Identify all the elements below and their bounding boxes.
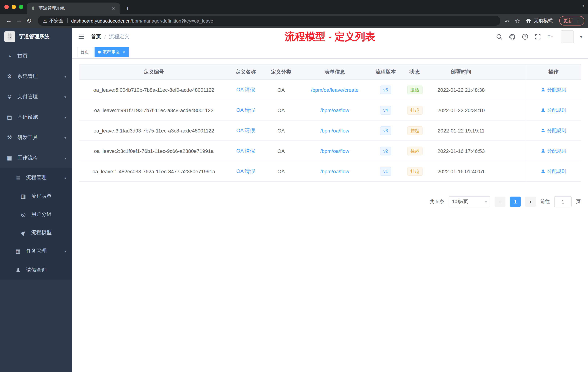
sidebar-item-label: 流程表单 xyxy=(31,193,52,199)
prev-page-button[interactable]: ‹ xyxy=(494,197,505,207)
svg-text:?: ? xyxy=(524,35,526,39)
new-tab-button[interactable]: + xyxy=(123,5,132,12)
form-link[interactable]: /bpm/oa/flow xyxy=(320,148,349,154)
header-actions: ? TT ▾ xyxy=(496,30,582,43)
form-link[interactable]: /bpm/oa/flow xyxy=(320,128,349,133)
table-header-row: 定义编号 定义名称 定义分类 表单信息 流程版本 状态 部署时间 操作 xyxy=(79,65,581,80)
current-page-button[interactable]: 1 xyxy=(510,197,521,207)
col-header-category: 定义分类 xyxy=(263,65,299,79)
sidebar-item-label: 用户分组 xyxy=(31,211,52,218)
infrastructure-icon: ▤ xyxy=(6,114,13,120)
tag-process-definition[interactable]: 流程定义 × xyxy=(94,47,128,57)
sidebar-item-process-model[interactable]: ▶ 流程模型 xyxy=(0,223,72,242)
fullscreen-icon[interactable] xyxy=(535,33,541,40)
avatar-caret-icon[interactable]: ▾ xyxy=(580,34,582,39)
gear-icon: ⚙ xyxy=(6,73,13,80)
definition-table: 定义编号 定义名称 定义分类 表单信息 流程版本 状态 部署时间 操作 oa_l… xyxy=(79,65,581,182)
sidebar-item-label: 研发工具 xyxy=(17,134,38,141)
sidebar-item-home[interactable]: ◔ 首页 xyxy=(0,46,72,66)
sidebar-item-devtools[interactable]: ⚒ 研发工具 ▾ xyxy=(0,127,72,148)
sidebar-item-label: 基础设施 xyxy=(17,114,38,120)
deploy-time: 2022-01-16 01:40:51 xyxy=(428,161,494,181)
sidebar-item-process-management[interactable]: ≣ 流程管理 ▴ xyxy=(0,168,72,187)
sidebar-item-label: 系统管理 xyxy=(17,73,38,80)
tag-home[interactable]: 首页 xyxy=(77,47,92,57)
sidebar-item-label: 首页 xyxy=(17,53,28,59)
forward-button[interactable]: → xyxy=(14,16,24,26)
minimize-window-button[interactable] xyxy=(12,5,16,9)
goto-page-input[interactable] xyxy=(554,196,572,207)
sidebar-header[interactable]: 芋道管理系统 xyxy=(0,28,72,46)
assign-rule-link[interactable]: 分配规则 xyxy=(541,148,566,154)
sidebar-menu: ◔ 首页 ⚙ 系统管理 ▾ ¥ 支付管理 ▾ ▤ 基础设施 ▾ xyxy=(0,46,72,280)
breadcrumb-home[interactable]: 首页 xyxy=(91,33,101,40)
incognito-label: 无痕模式 xyxy=(534,17,553,24)
breadcrumb: 首页 / 流程定义 xyxy=(91,33,129,40)
definition-name-link[interactable]: OA 请假 xyxy=(236,87,255,93)
tools-icon: ⚒ xyxy=(6,134,13,141)
sidebar-item-task-management[interactable]: ▦ 任务管理 ▾ xyxy=(0,242,72,261)
back-button[interactable]: ← xyxy=(4,16,14,26)
sidebar-item-label: 流程模型 xyxy=(31,229,52,236)
key-icon[interactable] xyxy=(504,17,510,24)
next-page-button[interactable]: › xyxy=(525,197,536,207)
assign-rule-link[interactable]: 分配规则 xyxy=(541,87,566,93)
close-window-button[interactable] xyxy=(4,5,9,9)
sidebar-item-process-form[interactable]: ▥ 流程表单 xyxy=(0,187,72,205)
bookmark-star-icon[interactable]: ☆ xyxy=(515,17,520,24)
help-icon[interactable]: ? xyxy=(522,33,529,40)
sidebar-item-payment[interactable]: ¥ 支付管理 ▾ xyxy=(0,87,72,107)
definition-id: oa_leave:4:991f2193-7b7f-11ec-a3c8-acde4… xyxy=(79,100,228,120)
workflow-icon: ▣ xyxy=(6,155,13,161)
form-link[interactable]: /bpm/oa/leave/create xyxy=(311,87,358,93)
chevron-up-icon: ▴ xyxy=(64,156,66,160)
font-size-icon[interactable]: TT xyxy=(547,33,555,40)
menu-dots-icon[interactable]: ⋮ xyxy=(576,18,580,23)
page-size-select[interactable]: 10条/页 ▾ xyxy=(449,196,490,207)
assign-rule-link[interactable]: 分配规则 xyxy=(541,168,566,175)
github-icon[interactable] xyxy=(509,33,516,40)
definition-name-link[interactable]: OA 请假 xyxy=(236,127,255,134)
definition-name-link[interactable]: OA 请假 xyxy=(236,168,255,175)
workflow-submenu: ≣ 流程管理 ▴ ▥ 流程表单 ◎ 用户分组 ▶ 流程模型 xyxy=(0,168,72,280)
status-badge: 挂起 xyxy=(407,146,422,155)
sidebar-item-user-group[interactable]: ◎ 用户分组 xyxy=(0,205,72,223)
tag-close-icon[interactable]: × xyxy=(123,49,125,55)
sidebar-item-leave-query[interactable]: 请假查询 xyxy=(0,261,72,280)
tab-close-icon[interactable]: × xyxy=(111,5,116,11)
assign-rule-link[interactable]: 分配规则 xyxy=(541,127,566,134)
user-avatar[interactable] xyxy=(561,30,574,43)
toolbar-icons: ☆ 无痕模式 更新 ⋮ xyxy=(504,16,584,25)
sidebar-item-infrastructure[interactable]: ▤ 基础设施 ▾ xyxy=(0,107,72,127)
update-label: 更新 xyxy=(563,17,573,24)
browser-toolbar: ← → ↻ ⚠ 不安全 dashboard.yudao.iocoder.cn /… xyxy=(0,14,588,28)
col-header-name: 定义名称 xyxy=(228,65,263,79)
sidebar-item-system[interactable]: ⚙ 系统管理 ▾ xyxy=(0,66,72,87)
reload-button[interactable]: ↻ xyxy=(24,16,34,26)
deploy-time: 2022-01-22 21:48:38 xyxy=(428,80,494,100)
dashboard-icon: ◔ xyxy=(6,53,13,59)
chevron-down-icon: ▾ xyxy=(64,95,66,99)
sidebar-item-workflow[interactable]: ▣ 工作流程 ▴ xyxy=(0,148,72,168)
form-link[interactable]: /bpm/oa/flow xyxy=(320,107,349,113)
definition-name-link[interactable]: OA 请假 xyxy=(236,107,255,113)
browser-tab[interactable]: 芋道管理系统 × xyxy=(27,2,120,14)
pagination: 共 5 条 10条/页 ▾ ‹ 1 › 前往 页 xyxy=(79,196,581,207)
tab-search-icon[interactable]: ▾ xyxy=(582,3,584,8)
svg-text:T: T xyxy=(548,34,551,39)
address-bar[interactable]: ⚠ 不安全 dashboard.yudao.iocoder.cn /bpm/ma… xyxy=(38,16,500,26)
form-icon: ▥ xyxy=(20,193,27,199)
url-path: /bpm/manager/definition?key=oa_leave xyxy=(131,18,213,23)
user-group-icon: ◎ xyxy=(20,211,27,218)
task-icon: ▦ xyxy=(15,248,22,254)
form-link[interactable]: /bpm/oa/flow xyxy=(320,168,349,174)
search-icon[interactable] xyxy=(496,33,503,40)
col-header-form: 表单信息 xyxy=(299,65,370,79)
version-badge: v1 xyxy=(380,167,391,176)
assign-rule-link[interactable]: 分配规则 xyxy=(541,107,566,113)
browser-update-button[interactable]: 更新 ⋮ xyxy=(559,16,584,25)
definition-name-link[interactable]: OA 请假 xyxy=(236,148,255,154)
definition-id: oa_leave:1:482ec033-762a-11ec-8477-a2380… xyxy=(79,161,228,181)
sidebar-toggle-icon[interactable] xyxy=(78,33,85,40)
maximize-window-button[interactable] xyxy=(19,5,23,9)
